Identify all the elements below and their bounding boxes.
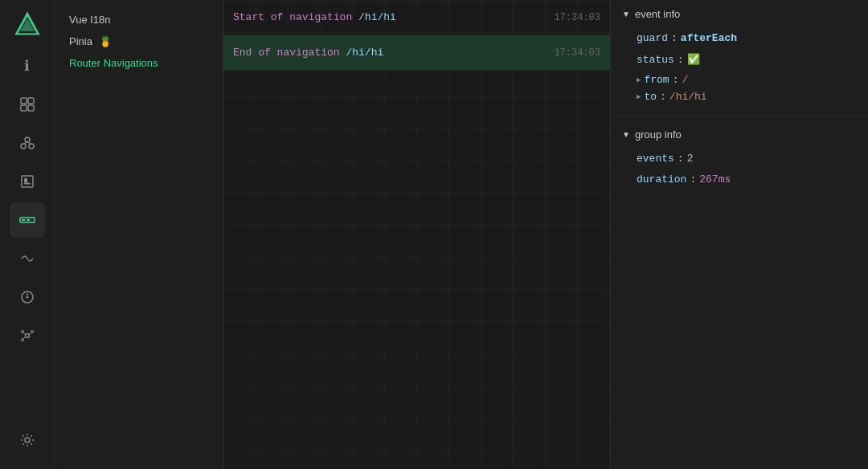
svg-rect-4 bbox=[28, 98, 34, 104]
nav-item-vue-i18n[interactable]: Vue I18n bbox=[61, 10, 216, 30]
svg-point-25 bbox=[21, 339, 23, 341]
info-panel: ▼ event info guard : afterEach status : … bbox=[611, 0, 868, 469]
svg-line-11 bbox=[27, 142, 31, 144]
guard-row: guard : afterEach bbox=[622, 28, 857, 50]
assets-icon[interactable] bbox=[10, 164, 45, 199]
guard-value: afterEach bbox=[681, 31, 737, 47]
svg-point-9 bbox=[29, 144, 34, 149]
events-panel: Start of navigation /hi/hi 17:34:03 End … bbox=[223, 0, 611, 469]
svg-rect-3 bbox=[21, 98, 27, 104]
pinia-icon[interactable] bbox=[10, 125, 45, 161]
duration-key: duration bbox=[637, 172, 686, 189]
event-info-header[interactable]: ▼ event info bbox=[622, 8, 857, 20]
from-chevron: ▶ bbox=[637, 75, 641, 84]
group-info-chevron: ▼ bbox=[622, 130, 630, 139]
events-value: 2 bbox=[687, 151, 694, 168]
to-row[interactable]: ▶ to : /hi/hi bbox=[622, 88, 857, 105]
svg-rect-15 bbox=[24, 181, 28, 183]
settings-icon[interactable] bbox=[10, 422, 45, 458]
svg-point-7 bbox=[25, 137, 30, 142]
event-row-start[interactable]: Start of navigation /hi/hi 17:34:03 bbox=[223, 0, 610, 35]
group-info-header[interactable]: ▼ group info bbox=[622, 128, 857, 141]
vue-logo[interactable] bbox=[10, 6, 45, 42]
guard-key: guard bbox=[637, 31, 668, 47]
event-info-section: ▼ event info guard : afterEach status : … bbox=[611, 0, 868, 113]
svg-point-23 bbox=[21, 331, 23, 333]
duration-row: duration : 267ms bbox=[622, 169, 857, 191]
from-key: from bbox=[644, 74, 669, 86]
from-value: / bbox=[682, 74, 688, 86]
graph-icon[interactable] bbox=[10, 318, 45, 353]
info-divider bbox=[611, 116, 868, 117]
timeline-icon[interactable] bbox=[10, 241, 45, 276]
svg-point-20 bbox=[26, 296, 28, 299]
nav-panel: Vue I18n Pinia 🍍 Router Navigations bbox=[55, 0, 223, 469]
svg-rect-14 bbox=[24, 183, 31, 185]
from-row[interactable]: ▶ from : / bbox=[622, 71, 857, 88]
to-value: /hi/hi bbox=[669, 91, 707, 103]
svg-rect-6 bbox=[28, 105, 34, 111]
duration-value: 267ms bbox=[699, 172, 731, 189]
to-key: to bbox=[644, 91, 657, 103]
svg-line-26 bbox=[23, 333, 26, 335]
router-icon[interactable] bbox=[10, 202, 45, 238]
event-row-end[interactable]: End of navigation /hi/hi 17:34:03 bbox=[223, 35, 610, 71]
group-info-label: group info bbox=[635, 128, 682, 141]
svg-point-22 bbox=[25, 334, 29, 338]
svg-rect-5 bbox=[21, 105, 27, 111]
performance-icon[interactable] bbox=[10, 279, 45, 315]
event-info-chevron: ▼ bbox=[622, 10, 630, 18]
svg-point-24 bbox=[31, 331, 33, 333]
info-icon[interactable]: ℹ bbox=[10, 48, 45, 84]
sidebar: ℹ bbox=[0, 0, 55, 469]
svg-rect-13 bbox=[24, 178, 27, 181]
events-key: events bbox=[637, 151, 674, 168]
status-key: status bbox=[637, 52, 674, 69]
svg-line-28 bbox=[23, 337, 26, 339]
svg-point-8 bbox=[21, 144, 26, 149]
svg-line-10 bbox=[23, 142, 27, 144]
nav-item-router-navigations[interactable]: Router Navigations bbox=[61, 53, 216, 73]
status-row: status : ✅ bbox=[622, 50, 857, 71]
nav-item-pinia[interactable]: Pinia 🍍 bbox=[61, 31, 216, 51]
event-info-label: event info bbox=[635, 8, 680, 20]
group-info-section: ▼ group info events : 2 duration : 267ms bbox=[611, 120, 868, 200]
events-count-row: events : 2 bbox=[622, 149, 857, 170]
svg-rect-18 bbox=[27, 219, 30, 221]
status-value: ✅ bbox=[687, 52, 700, 69]
svg-line-27 bbox=[29, 333, 31, 335]
svg-rect-17 bbox=[22, 219, 25, 221]
svg-point-29 bbox=[25, 438, 30, 442]
components-icon[interactable] bbox=[10, 87, 45, 122]
to-chevron: ▶ bbox=[637, 92, 641, 101]
